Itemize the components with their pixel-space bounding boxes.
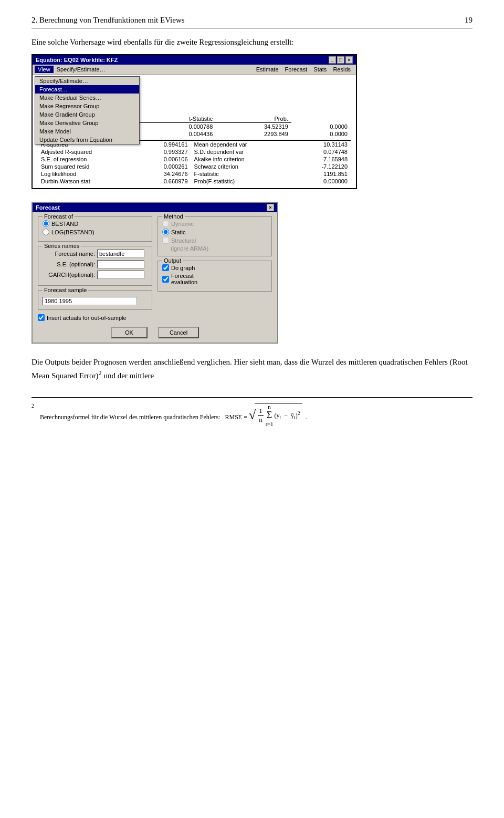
view-dropdown-menu: Specify/Estimate… Forecast… Make Residua… — [35, 76, 140, 144]
table-row: Adjusted R-squared 0.993327 S.D. depende… — [38, 148, 351, 156]
method-group: Method Dynamic Static Structural (ignore… — [158, 216, 272, 256]
forecast-name-input[interactable] — [97, 250, 144, 258]
dropdown-make-model[interactable]: Make Model — [35, 127, 139, 136]
garch-input[interactable] — [97, 271, 144, 279]
insert-actuals-row: Insert actuals for out-of-sample — [38, 314, 152, 321]
forecast-eval-row: Forecastevaluation — [162, 273, 267, 285]
stat-sereg-value: 0.006106 — [138, 156, 191, 163]
close-button[interactable]: × — [345, 56, 353, 64]
se-row: S.E. (optional): — [43, 260, 148, 268]
eviews-window-title: Equation: EQ02 Workfile: KFZ — [36, 57, 118, 63]
forecast-of-label: Forecast of — [43, 213, 75, 220]
table-row: Sum squared resid 0.000261 Schwarz crite… — [38, 163, 351, 170]
superscript-2: 2 — [98, 369, 101, 377]
radio-bestand[interactable] — [43, 220, 49, 227]
se-input[interactable] — [97, 260, 144, 268]
radio-logbestand[interactable] — [43, 229, 49, 235]
fraction-numerator: 1 — [258, 407, 264, 416]
forecast-sample-input[interactable] — [43, 297, 137, 305]
maximize-button[interactable]: □ — [337, 56, 344, 64]
stat-fstat-value: 1191.851 — [295, 170, 351, 178]
table-row: Log likelihood 34.24676 F-statistic 1191… — [38, 170, 351, 178]
stat-probf-value: 0.000000 — [295, 178, 351, 185]
do-graph-checkbox[interactable] — [162, 264, 169, 271]
stat-adjrsq-label: Adjusted R-squared — [38, 148, 138, 156]
fraction-denominator: n — [258, 416, 264, 424]
bottom-line1: Die Outputs beider Prognosen werden ansc… — [32, 358, 232, 366]
stat-probf-label: Prob(F-statistic) — [191, 178, 295, 185]
eviews-equation-window: Equation: EQ02 Workfile: KFZ _ □ × View … — [32, 54, 357, 189]
radio-static[interactable] — [162, 229, 169, 235]
stat-sereg-label: S.E. of regression — [38, 156, 138, 163]
dropdown-forecast[interactable]: Forecast… — [35, 85, 139, 94]
se-label: S.E. (optional): — [43, 261, 95, 267]
footer: 2 Berechnungsformel für die Wurzel des m… — [32, 397, 472, 427]
stat-adjrsq-value: 0.993327 — [138, 148, 191, 156]
radio-dynamic-label: Dynamic — [171, 221, 194, 227]
toolbar-estimate[interactable]: Estimate — [253, 66, 282, 73]
stat-ll-value: 34.24676 — [138, 170, 191, 178]
stat-sddep-value: 0.074748 — [295, 148, 351, 156]
ok-button[interactable]: OK — [111, 327, 148, 338]
coef-C-tstat: 2293.849 — [216, 130, 291, 138]
coef-T-prob: 0.0000 — [291, 123, 351, 131]
stat-rsq-value: 0.994161 — [138, 140, 191, 148]
forecast-eval-checkbox[interactable] — [162, 276, 169, 283]
radio-dynamic — [162, 220, 169, 227]
intro-text: Eine solche Vorhersage wird ebenfalls fü… — [32, 38, 472, 47]
eviews-menubar: View Specify/Estimate… Estimate Forecast… — [33, 65, 356, 75]
toolbar-stats[interactable]: Stats — [310, 66, 330, 73]
page-number: 19 — [465, 16, 472, 25]
forecast-body: Forecast of BESTAND LOG(BESTAND) Series … — [33, 212, 277, 343]
formula-body: (yt − ŷt)2 — [274, 410, 300, 420]
sigma-bottom: t=1 — [266, 421, 274, 427]
insert-actuals-label: Insert actuals for out-of-sample — [47, 315, 127, 321]
dropdown-specify-estimate[interactable]: Specify/Estimate… — [35, 77, 139, 85]
dropdown-make-derivative[interactable]: Make Derivative Group — [35, 119, 139, 127]
footnote-2: 2 Berechnungsformel für die Wurzel des m… — [32, 403, 472, 427]
minimize-button[interactable]: _ — [329, 56, 336, 64]
sigma-top: n — [268, 403, 271, 410]
insert-actuals-checkbox[interactable] — [38, 314, 45, 321]
radio-bestand-row: BESTAND — [43, 220, 148, 227]
garch-label: GARCH(optional): — [43, 272, 95, 278]
do-graph-label: Do graph — [171, 265, 195, 271]
stat-akaike-value: -7.165948 — [295, 156, 351, 163]
dropdown-make-gradient[interactable]: Make Gradient Group — [35, 110, 139, 119]
garch-row: GARCH(optional): — [43, 271, 148, 279]
toolbar-resids[interactable]: Resids — [330, 66, 354, 73]
forecast-titlebar: Forecast × — [33, 203, 277, 212]
menu-specify[interactable]: Specify/Estimate… — [54, 66, 109, 73]
stat-meandep-label: Mean dependent var — [191, 140, 295, 148]
coef-T-se2: 0.000788 — [141, 123, 216, 131]
forecast-dialog-buttons: OK Cancel — [38, 327, 272, 338]
stat-dw-label: Durbin-Watson stat — [38, 178, 138, 185]
chapter-title: 2. Berechnung von Trendfunktionen mit EV… — [32, 16, 185, 25]
stat-ssr-label: Sum squared resid — [38, 163, 138, 170]
coef-T-tstat: 34.52319 — [216, 123, 291, 131]
radio-dynamic-row: Dynamic — [162, 220, 267, 227]
do-graph-row: Do graph — [162, 264, 267, 271]
dropdown-make-regressor[interactable]: Make Regressor Group — [35, 102, 139, 110]
fraction-1n: 1 n — [258, 407, 264, 424]
cancel-button[interactable]: Cancel — [158, 327, 199, 338]
dropdown-make-residual[interactable]: Make Residual Series… — [35, 94, 139, 102]
menu-view[interactable]: View — [35, 66, 54, 73]
stat-meandep-value: 10.31143 — [295, 140, 351, 148]
forecast-sample-label: Forecast sample — [43, 287, 88, 293]
sqrt-content: 1 n n Σ t=1 (yt − ŷt)2 — [255, 403, 302, 427]
footnote-number: 2 — [32, 403, 37, 409]
output-label: Output — [162, 257, 183, 264]
forecast-close-button[interactable]: × — [267, 204, 274, 211]
dropdown-update-coefs[interactable]: Update Coefs from Equation — [35, 136, 139, 144]
radio-logbestand-row: LOG(BESTAND) — [43, 229, 148, 235]
radio-static-label: Static — [171, 229, 186, 235]
toolbar-forecast[interactable]: Forecast — [282, 66, 311, 73]
forecast-dialog: Forecast × Forecast of BESTAND LOG(BESTA… — [32, 202, 278, 344]
sigma-notation: n Σ t=1 — [266, 403, 274, 427]
footnote-text: Berechnungsformel für die Wurzel des mit… — [40, 403, 307, 427]
forecast-left-col: Forecast of BESTAND LOG(BESTAND) Series … — [38, 216, 152, 323]
power-2: 2 — [298, 410, 300, 416]
stat-ssr-value: 0.000261 — [138, 163, 191, 170]
radio-static-row: Static — [162, 229, 267, 235]
